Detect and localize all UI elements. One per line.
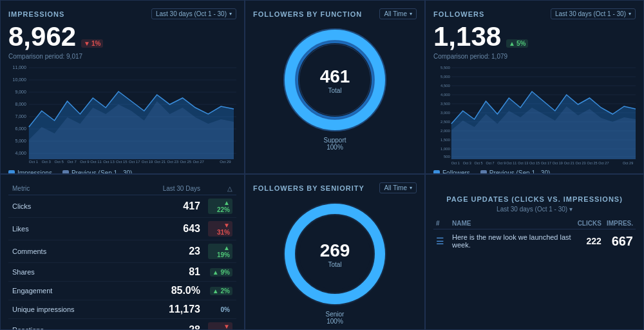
followers-legend: Followers Previous (Sep 1 - 30) [433, 170, 636, 174]
metric-badge: ▼ 31% [204, 218, 236, 240]
update-num: ☰ [433, 229, 450, 253]
svg-text:Oct 3: Oct 3 [42, 160, 52, 164]
svg-text:Oct 21: Oct 21 [564, 161, 574, 165]
svg-text:1,500: 1,500 [440, 138, 451, 142]
followers-date-selector[interactable]: Last 30 days (Oct 1 - 30) [551, 8, 636, 19]
impressions-header: IMPRESSIONS Last 30 days (Oct 1 - 30) [8, 8, 236, 19]
page-updates-title: PAGE UPDATES (CLICKS VS. IMPRESSIONS) [433, 195, 636, 203]
table-row: Clicks417▲ 22% [8, 195, 236, 218]
metric-badge: ▲ 9% [204, 263, 236, 282]
metric-name: Reactions [8, 319, 127, 331]
svg-text:Oct 15: Oct 15 [529, 161, 540, 165]
metric-value: 11,173 [127, 300, 204, 319]
impressions-value: 8,962 [8, 23, 76, 50]
impressions-date-selector[interactable]: Last 30 days (Oct 1 - 30) [151, 8, 236, 19]
metrics-panel: Metric Last 30 Days △ Clicks417▲ 22%Like… [0, 174, 245, 330]
metrics-table: Metric Last 30 Days △ Clicks417▲ 22%Like… [8, 182, 236, 330]
metric-value: 643 [127, 218, 204, 240]
svg-text:Oct 29: Oct 29 [623, 161, 633, 165]
up-arrow-icon: ▲ [509, 40, 515, 47]
metric-value: 417 [127, 195, 204, 218]
metric-name: Likes [8, 218, 127, 240]
svg-text:Oct 29: Oct 29 [220, 160, 231, 164]
followers-seniority-panel: FOLLOWERS BY SENIORITY All Time 269 Tota… [245, 174, 425, 330]
svg-text:Oct 9: Oct 9 [497, 161, 506, 165]
svg-text:Oct 1: Oct 1 [29, 160, 39, 164]
metric-badge: ▲ 2% [204, 282, 236, 300]
page-updates-panel: PAGE UPDATES (CLICKS VS. IMPRESSIONS) La… [425, 174, 644, 330]
updates-row: ☰Here is the new look we launched last w… [433, 229, 636, 253]
followers-header: FOLLOWERS Last 30 days (Oct 1 - 30) [433, 8, 636, 19]
metric-badge: ▲ 22% [204, 195, 236, 218]
svg-text:11,000: 11,000 [13, 65, 26, 70]
svg-text:Oct 1: Oct 1 [451, 161, 460, 165]
followers-seniority-donut: 269 Total [283, 202, 386, 306]
col-metric: Metric [8, 182, 127, 195]
svg-text:Oct 25: Oct 25 [587, 161, 597, 165]
svg-text:Oct 15: Oct 15 [116, 160, 128, 164]
svg-text:Oct 9: Oct 9 [80, 160, 90, 164]
svg-text:2,000: 2,000 [440, 129, 451, 133]
svg-text:7,000: 7,000 [15, 114, 26, 119]
col-num: # [433, 218, 450, 229]
down-arrow-icon: ▼ [84, 40, 90, 47]
dashboard: IMPRESSIONS Last 30 days (Oct 1 - 30) 8,… [0, 0, 644, 330]
impressions-comparison: Comparison period: 9,017 [8, 53, 236, 60]
svg-text:Oct 13: Oct 13 [103, 160, 115, 164]
svg-text:4,000: 4,000 [440, 93, 451, 97]
metric-name: Clicks [8, 195, 127, 218]
donut-footer-seniority: Senior 100% [326, 311, 345, 325]
svg-text:Oct 5: Oct 5 [475, 161, 483, 165]
svg-text:Oct 27: Oct 27 [193, 160, 204, 164]
legend-previous-followers: Previous (Sep 1 - 30) [480, 170, 551, 174]
followers-function-header: FOLLOWERS BY FUNCTION All Time [253, 8, 417, 19]
updates-table: # NAME CLICKS IMPRES. ☰Here is the new l… [433, 218, 636, 253]
svg-text:Oct 19: Oct 19 [553, 161, 563, 165]
donut-center-seniority: 269 Total [320, 240, 350, 268]
svg-text:3,000: 3,000 [440, 111, 451, 115]
followers-seniority-header: FOLLOWERS BY SENIORITY All Time [253, 182, 417, 193]
page-updates-subtitle[interactable]: Last 30 days (Oct 1 - 30) [433, 206, 636, 213]
svg-text:Oct 25: Oct 25 [180, 160, 191, 164]
col-clicks: CLICKS [575, 218, 604, 229]
svg-text:Oct 7: Oct 7 [486, 161, 494, 165]
svg-text:8,000: 8,000 [15, 102, 26, 106]
svg-text:2,500: 2,500 [440, 120, 451, 124]
table-row: Unique impressions11,1730% [8, 300, 236, 319]
svg-text:4,500: 4,500 [440, 84, 451, 88]
followers-seniority-date[interactable]: All Time [379, 182, 417, 193]
impressions-change: ▼ 1% [81, 39, 103, 48]
svg-text:1,000: 1,000 [440, 147, 451, 151]
metric-value: 23 [127, 240, 204, 263]
svg-text:Oct 3: Oct 3 [463, 161, 471, 165]
metric-name: Shares [8, 263, 127, 282]
followers-seniority-title: FOLLOWERS BY SENIORITY [253, 184, 365, 192]
svg-text:Oct 11: Oct 11 [506, 161, 516, 165]
svg-text:Oct 19: Oct 19 [142, 160, 153, 164]
svg-text:6,000: 6,000 [15, 126, 26, 131]
metric-name: Unique impressions [8, 300, 127, 319]
impressions-panel: IMPRESSIONS Last 30 days (Oct 1 - 30) 8,… [0, 0, 245, 174]
followers-title: FOLLOWERS [433, 10, 484, 18]
followers-function-panel: FOLLOWERS BY FUNCTION All Time 461 Total [245, 0, 425, 174]
svg-text:Oct 27: Oct 27 [598, 161, 609, 165]
metric-name: Comments [8, 240, 127, 263]
followers-function-date[interactable]: All Time [379, 8, 417, 19]
impressions-chart: 11,000 10,000 9,000 8,000 7,000 6,000 5,… [8, 63, 236, 166]
metric-value: 28 [127, 319, 204, 331]
svg-text:Oct 5: Oct 5 [55, 160, 64, 164]
svg-text:Oct 23: Oct 23 [167, 160, 179, 164]
svg-text:9,000: 9,000 [15, 90, 26, 94]
donut-label-function: Total [320, 87, 350, 94]
donut-label-seniority: Total [320, 261, 350, 268]
impressions-legend: Impressions Previous (Sep 1 - 30) [8, 170, 236, 174]
metric-badge: 0% [204, 300, 236, 319]
followers-chart: 5,500 5,000 4,500 4,000 3,500 3,000 2,50… [433, 63, 636, 166]
col-impressions: IMPRES. [604, 218, 636, 229]
impressions-title: IMPRESSIONS [8, 10, 64, 18]
metric-name: Engagement [8, 282, 127, 300]
doc-icon: ☰ [436, 236, 444, 246]
donut-total-function: 461 [320, 66, 350, 87]
svg-text:Oct 17: Oct 17 [541, 161, 551, 165]
col-delta: △ [204, 182, 236, 195]
